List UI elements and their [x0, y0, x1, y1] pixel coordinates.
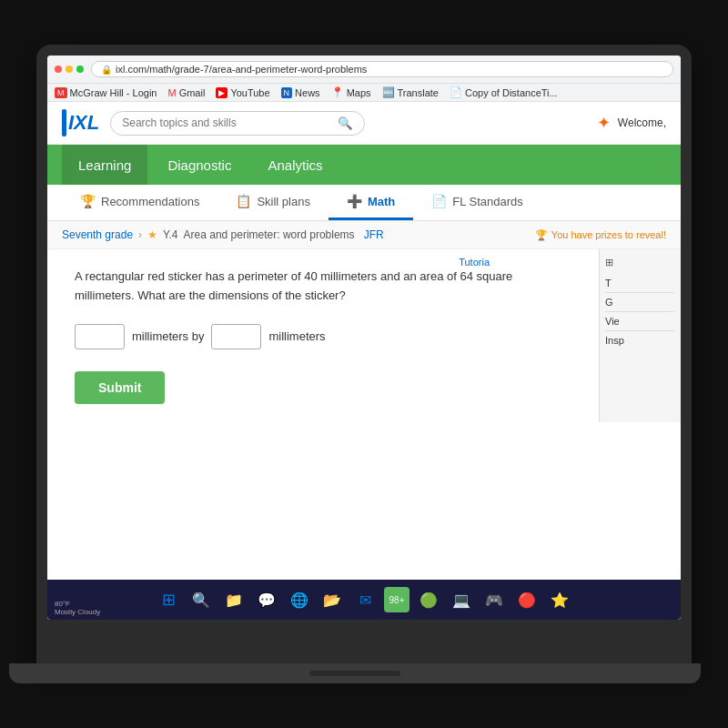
unit-text: millimeters	[268, 329, 325, 343]
temperature: 80°F	[55, 600, 100, 608]
tab-fl-standards[interactable]: 📄 FL Standards	[413, 185, 541, 220]
nav-diagnostic-label: Diagnostic	[167, 157, 231, 173]
bookmark-youtube[interactable]: ▶ YouTube	[216, 87, 269, 98]
distance-label: Copy of DistanceTi...	[465, 87, 558, 98]
weather-info: 80°F Mostly Cloudy	[55, 600, 100, 616]
search-input[interactable]	[122, 116, 330, 129]
gmail-icon: M	[167, 87, 176, 98]
minimize-button[interactable]	[66, 66, 73, 73]
breadcrumb: Seventh grade › ★ Y.4 Area and perimeter…	[47, 221, 681, 249]
math-icon: ➕	[347, 194, 362, 208]
news-icon: N	[281, 87, 293, 98]
bookmark-gmail[interactable]: M Gmail	[167, 87, 205, 98]
tutor-link[interactable]: Tutoria	[459, 257, 490, 268]
app-icon-4[interactable]: 🔴	[513, 586, 541, 613]
trophy-icon: 🏆	[535, 229, 548, 241]
app-icon-1[interactable]: 🟢	[415, 586, 442, 613]
app-icon-2[interactable]: 💻	[448, 586, 475, 613]
search-taskbar[interactable]: 🔍	[187, 586, 215, 613]
nav-diagnostic[interactable]: Diagnostic	[151, 145, 248, 185]
breadcrumb-skill-name: Area and perimeter: word problems	[184, 228, 355, 241]
sub-navigation: 🏆 Recommendations 📋 Skill plans ➕ Math 📄…	[47, 185, 681, 221]
folder-icon[interactable]: 📂	[318, 586, 346, 613]
url-text: ixl.com/math/grade-7/area-and-perimeter-…	[116, 64, 367, 75]
gmail-label: Gmail	[179, 87, 206, 98]
skill-plans-icon: 📋	[236, 194, 251, 208]
app-icon-3[interactable]: 🎮	[480, 586, 508, 613]
welcome-text: Welcome,	[618, 116, 666, 129]
by-text: millimeters by	[132, 329, 204, 343]
mail-icon[interactable]: ✉	[351, 586, 379, 613]
youtube-icon: ▶	[216, 87, 228, 98]
breadcrumb-user: JFR	[364, 228, 384, 241]
bookmarks-bar: M McGraw Hill - Login M Gmail ▶ YouTube …	[47, 84, 681, 102]
breadcrumb-star-icon: ★	[147, 228, 157, 241]
right-panel-item-g[interactable]: G	[605, 293, 675, 312]
right-panel-item-t[interactable]: T	[605, 274, 675, 293]
recommendations-icon: 🏆	[80, 194, 96, 208]
start-button[interactable]: ⊞	[155, 586, 182, 613]
nav-analytics-label: Analytics	[268, 157, 322, 173]
answer-row: millimeters by millimeters	[75, 324, 571, 349]
laptop-base	[9, 663, 701, 683]
right-panel-item-view[interactable]: Vie	[605, 312, 675, 331]
weather-condition: Mostly Cloudy	[55, 608, 100, 616]
bookmark-icon-mcgraw: M	[55, 87, 67, 98]
app-icon-5[interactable]: ⭐	[546, 586, 573, 613]
prizes-banner[interactable]: 🏆 You have prizes to reveal!	[535, 229, 666, 241]
breadcrumb-separator: ›	[138, 228, 142, 241]
bookmark-news[interactable]: N News	[281, 87, 320, 98]
address-bar[interactable]: 🔒 ixl.com/math/grade-7/area-and-perimete…	[91, 61, 673, 77]
search-button[interactable]: 🔍	[338, 116, 353, 130]
badge-icon[interactable]: 98+	[384, 587, 410, 612]
nav-learning[interactable]: Learning	[62, 145, 147, 185]
ixl-site: IXL 🔍 ✦ Welcome, Learning	[47, 102, 681, 620]
bookmark-translate[interactable]: 🔤 Translate	[382, 86, 439, 98]
ixl-logo[interactable]: IXL	[62, 109, 99, 136]
tab-recommendations-label: Recommendations	[101, 195, 199, 208]
tab-skill-plans-label: Skill plans	[257, 195, 310, 208]
distance-icon: 📄	[450, 86, 462, 98]
bookmark-item[interactable]: M McGraw Hill - Login	[55, 87, 157, 98]
maps-icon: 📍	[331, 86, 344, 98]
tab-math-label: Math	[368, 195, 395, 208]
grid-icon: ⊞	[605, 257, 675, 268]
answer-input-2[interactable]	[211, 324, 261, 349]
window-controls	[55, 66, 84, 73]
translate-icon: 🔤	[382, 86, 395, 98]
right-panel-item-insp[interactable]: Insp	[605, 331, 675, 349]
tab-recommendations[interactable]: 🏆 Recommendations	[62, 185, 217, 220]
prizes-text: You have prizes to reveal!	[551, 229, 666, 240]
nav-analytics[interactable]: Analytics	[251, 145, 339, 185]
tab-math[interactable]: ➕ Math	[329, 185, 413, 220]
main-content: Tutoria A rectangular red sticker has a …	[47, 249, 599, 422]
question-text: A rectangular red sticker has a perimete…	[75, 268, 571, 306]
tab-skill-plans[interactable]: 📋 Skill plans	[217, 185, 329, 220]
youtube-label: YouTube	[230, 87, 269, 98]
logo-bar	[62, 109, 66, 136]
edge-icon[interactable]: 🌐	[286, 586, 313, 613]
translate-label: Translate	[398, 87, 439, 98]
header-right: ✦ Welcome,	[597, 113, 666, 133]
logo-text: IXL	[68, 111, 99, 135]
close-button[interactable]	[55, 66, 62, 73]
search-box[interactable]: 🔍	[110, 111, 365, 136]
maximize-button[interactable]	[76, 66, 84, 73]
tab-fl-standards-label: FL Standards	[452, 195, 523, 208]
breadcrumb-grade[interactable]: Seventh grade	[62, 228, 133, 241]
file-explorer-icon[interactable]: 📁	[220, 586, 248, 613]
reward-star-icon: ✦	[597, 113, 611, 133]
fl-standards-icon: 📄	[431, 194, 447, 208]
maps-label: Maps	[347, 87, 371, 98]
right-panel: ⊞ T G Vie Insp	[599, 249, 681, 422]
bookmark-label: McGraw Hill - Login	[70, 87, 157, 98]
submit-button[interactable]: Submit	[75, 371, 165, 404]
ixl-header: IXL 🔍 ✦ Welcome,	[47, 102, 681, 145]
nav-learning-label: Learning	[78, 157, 131, 173]
chat-icon[interactable]: 💬	[253, 586, 280, 613]
answer-input-1[interactable]	[75, 324, 125, 349]
bookmark-distance[interactable]: 📄 Copy of DistanceTi...	[450, 86, 558, 98]
bookmark-maps[interactable]: 📍 Maps	[331, 86, 371, 98]
main-navigation: Learning Diagnostic Analytics	[47, 145, 681, 185]
breadcrumb-skill-code: Y.4	[163, 228, 177, 241]
